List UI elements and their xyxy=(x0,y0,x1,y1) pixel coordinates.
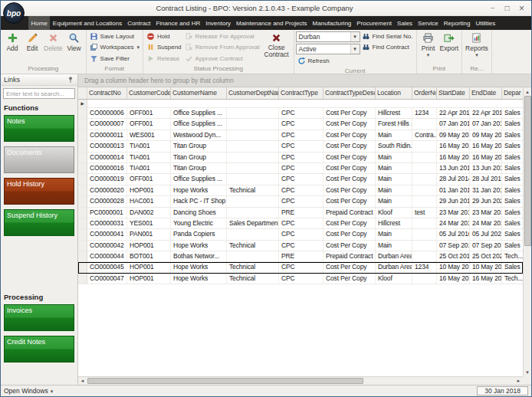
table-row[interactable]: CO0000042HOP001Hope WorksTechnicalCPCCos… xyxy=(78,241,523,251)
filter-row[interactable] xyxy=(78,100,523,108)
pin-icon[interactable] xyxy=(67,76,74,84)
cell: Titan Group xyxy=(171,163,227,173)
table-row[interactable]: CO0000020HOP001Hope WorksTechnicalCPCCos… xyxy=(78,185,523,196)
refresh-button[interactable]: Refresh xyxy=(296,55,360,67)
cell: OFF001 xyxy=(127,119,171,129)
add-button[interactable]: Add xyxy=(2,31,22,64)
table-row[interactable]: CO0000041PAN001Panda CopiersCPCCost Per … xyxy=(78,229,523,240)
ribbon-group-current: Durban Active Refresh Find S xyxy=(294,30,417,74)
cell xyxy=(227,130,279,140)
table-row[interactable]: CO0000044BOT001Bothas Networ...PREPrepai… xyxy=(78,251,523,262)
sidebar-processing-button[interactable]: Invoices xyxy=(4,304,74,331)
scroll-down-icon[interactable]: ▼ xyxy=(524,368,532,376)
scroll-up-icon[interactable]: ▲ xyxy=(524,87,532,96)
column-header[interactable]: ContractType xyxy=(279,87,323,99)
column-header[interactable]: StartDate xyxy=(437,87,470,99)
scroll-left-icon[interactable]: ◄ xyxy=(78,377,87,386)
view-button[interactable]: View xyxy=(64,31,84,64)
open-windows-button[interactable]: Open Windows xyxy=(4,387,53,395)
release-for-approval-button[interactable]: Release For Approval xyxy=(183,31,261,42)
edit-button[interactable]: Edit xyxy=(22,31,42,64)
menu-tab[interactable]: Utilities xyxy=(473,16,498,30)
menu-tab[interactable]: Sales xyxy=(395,16,415,30)
table-row[interactable]: CO0000016TIA001Titan GroupCPCCost Per Co… xyxy=(78,163,523,174)
reports-label: Reports xyxy=(465,44,488,52)
menu-tab[interactable]: Finance and HR xyxy=(153,16,203,30)
maximize-icon[interactable] xyxy=(500,2,514,14)
table-row[interactable]: CO0000031YES001Young ElectricSales Depar… xyxy=(78,218,523,229)
cell: Cost Per Copy xyxy=(323,229,376,239)
column-header[interactable]: ContractNo xyxy=(87,87,127,99)
table-row[interactable]: CO0000011WES001Westwood Dyn...CPCCost Pe… xyxy=(78,130,523,141)
column-header[interactable]: CustomerName xyxy=(171,87,227,99)
find-contract-button[interactable]: Find Contract xyxy=(360,42,415,54)
column-header[interactable]: ContractTypeDesc xyxy=(323,87,376,99)
minimize-icon[interactable] xyxy=(485,2,500,14)
table-row[interactable]: PC0000001DAN002Dancing ShoesPREPrepaid C… xyxy=(78,208,523,218)
menu-tab[interactable]: Inventory xyxy=(203,16,234,30)
cell: Hope Works xyxy=(171,241,227,251)
scroll-right-icon[interactable]: ► xyxy=(514,377,523,386)
remove-from-approval-button[interactable]: Remove From Approval xyxy=(183,42,261,54)
cell: Sales xyxy=(502,262,523,272)
column-header[interactable]: Location xyxy=(376,87,412,99)
save-filter-button[interactable]: Save Filter xyxy=(88,53,141,64)
table-row[interactable]: CO0000014TIA001Titan GroupCPCCost Per Co… xyxy=(78,153,523,163)
vertical-scrollbar[interactable]: ▲ ▼ xyxy=(523,87,531,376)
column-header[interactable]: CustomerDeptName xyxy=(227,87,279,99)
cell xyxy=(412,196,437,206)
status-select[interactable]: Active xyxy=(296,44,360,54)
save-layout-button[interactable]: Save Layout xyxy=(88,31,141,42)
site-select[interactable]: Durban xyxy=(296,31,360,42)
table-row[interactable]: CO0000045HOP001Hope WorksTechnicalCPCCos… xyxy=(78,262,523,273)
cell: Main xyxy=(376,163,412,173)
menu-tab[interactable]: Home xyxy=(28,16,50,30)
sidebar-function-button[interactable]: Hold History xyxy=(4,178,74,205)
sidebar-function-button[interactable]: Suspend History xyxy=(4,209,74,236)
window-title: Contract Listing - BPO: Version 2.1.0.43… xyxy=(1,4,485,12)
print-button[interactable]: Print xyxy=(419,31,438,64)
sidebar-processing-button[interactable]: Credit Notes xyxy=(4,336,74,363)
close-contract-button[interactable]: Close Contract xyxy=(261,31,292,60)
menu-tab[interactable]: Service xyxy=(415,16,442,30)
menu-tab[interactable]: Procurement xyxy=(354,16,395,30)
delete-button[interactable]: Delete xyxy=(42,31,64,64)
horizontal-scroll-thumb[interactable] xyxy=(87,378,363,384)
reports-button[interactable]: Reports xyxy=(464,31,490,64)
row-indicator xyxy=(78,174,87,184)
table-row[interactable]: CO0000028HAC001Hack PC - IT ShopCPCCost … xyxy=(78,196,523,207)
header-indicator xyxy=(78,87,87,99)
sidebar-function-button[interactable]: Documents xyxy=(4,146,74,173)
column-header[interactable]: OrderNo xyxy=(412,87,437,99)
find-serial-button[interactable]: Find Serial No. xyxy=(360,31,415,42)
workspaces-button[interactable]: Workspaces xyxy=(88,42,141,54)
find-serial-label: Find Serial No. xyxy=(373,33,413,40)
approve-contract-button[interactable]: Approve Contract xyxy=(183,53,261,64)
menu-tab[interactable]: Equipment and Locations xyxy=(50,16,124,30)
menu-tab[interactable]: Manufacturing xyxy=(310,16,354,30)
table-row[interactable]: CO0000007OFF001Office Supplies ...CPCCos… xyxy=(78,119,523,130)
vertical-scroll-thumb[interactable] xyxy=(524,96,531,246)
hold-button[interactable]: Hold xyxy=(145,31,183,42)
column-header[interactable]: CustomerCode xyxy=(127,87,171,99)
app-window: bpo Contract Listing - BPO: Version 2.1.… xyxy=(0,0,532,397)
table-row[interactable]: CO0000013TIA001Titan GroupCPCCost Per Co… xyxy=(78,141,523,152)
table-row[interactable]: CO0000019OFF001Office Supplies ...CPCCos… xyxy=(78,174,523,185)
menu-tab[interactable]: Maintenance and Projects xyxy=(234,16,310,30)
release-button[interactable]: Release xyxy=(145,53,183,64)
search-input[interactable] xyxy=(3,88,75,99)
group-by-bar[interactable]: Drag a column header here to group by th… xyxy=(78,74,531,87)
column-header[interactable]: EndDate xyxy=(470,87,502,99)
menu-tab[interactable]: Reporting xyxy=(441,16,473,30)
sidebar-function-button[interactable]: Notes xyxy=(4,115,74,142)
horizontal-scrollbar[interactable]: ◄ ► xyxy=(78,376,523,385)
column-header[interactable]: Depar xyxy=(502,87,523,99)
menu-tab[interactable]: Contract xyxy=(125,16,153,30)
cell: Sales xyxy=(502,208,523,218)
close-icon[interactable] xyxy=(514,2,529,14)
table-row[interactable]: CO0000047HOP001Hope WorksTechnicalCPCCos… xyxy=(78,274,523,284)
cell: 29 Jun 2020 xyxy=(470,196,502,206)
table-row[interactable]: CO0000006OFF001Office Supplies ...CPCCos… xyxy=(78,108,523,119)
export-button[interactable]: Export xyxy=(438,31,461,64)
suspend-button[interactable]: Suspend xyxy=(145,42,183,54)
